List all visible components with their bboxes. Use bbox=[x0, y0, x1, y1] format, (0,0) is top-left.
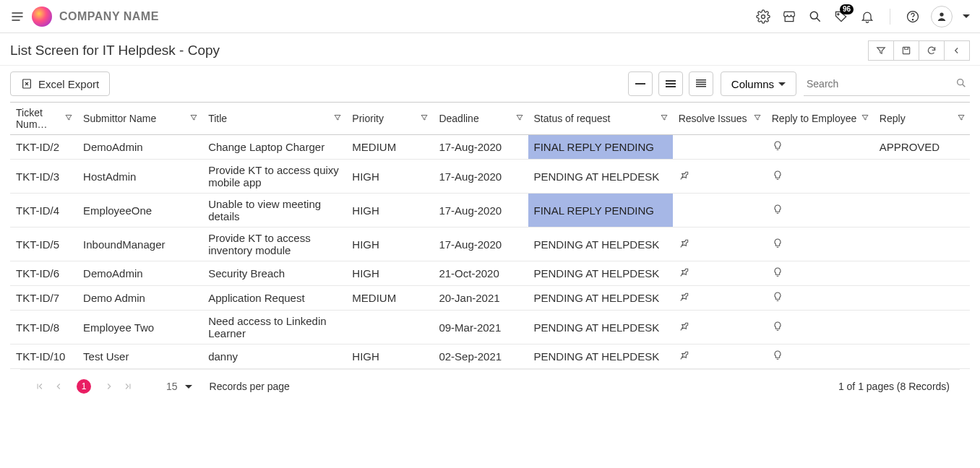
filter-icon[interactable] bbox=[957, 113, 966, 124]
cell-status: PENDING AT HELPDESK bbox=[528, 261, 673, 286]
cell-ticket: TKT-ID/6 bbox=[10, 261, 77, 286]
bulb-icon[interactable] bbox=[772, 320, 783, 333]
prev-page-button[interactable] bbox=[49, 377, 68, 396]
pin-icon[interactable] bbox=[679, 321, 690, 332]
chevron-last-icon bbox=[123, 381, 133, 391]
search-wrap bbox=[804, 72, 970, 96]
bulb-icon[interactable] bbox=[772, 266, 783, 279]
cell-priority: HIGH bbox=[346, 160, 433, 194]
table-row[interactable]: TKT-ID/6DemoAdminSecurity BreachHIGH21-O… bbox=[10, 261, 970, 286]
svg-rect-6 bbox=[903, 47, 909, 53]
cell-resolve bbox=[673, 286, 766, 311]
svg-rect-13 bbox=[696, 82, 706, 83]
density-normal[interactable] bbox=[658, 72, 683, 96]
cell-submitter: InboundManager bbox=[77, 228, 202, 261]
columns-button[interactable]: Columns bbox=[721, 72, 796, 96]
pin-icon[interactable] bbox=[679, 170, 690, 181]
chevron-left-icon bbox=[53, 381, 64, 391]
cell-deadline: 21-Oct-2020 bbox=[433, 261, 528, 286]
cell-resolve bbox=[673, 228, 766, 261]
current-page[interactable]: 1 bbox=[77, 379, 91, 394]
cell-resolve bbox=[673, 261, 766, 286]
col-header-title[interactable]: Title bbox=[202, 103, 346, 135]
excel-export-button[interactable]: Excel Export bbox=[10, 72, 110, 96]
cell-resolve bbox=[673, 135, 766, 160]
cell-deadline: 09-Mar-2021 bbox=[433, 311, 528, 344]
col-header-deadline[interactable]: Deadline bbox=[433, 103, 528, 135]
page-title: List Screen for IT Helpdesk - Copy bbox=[10, 43, 220, 58]
cell-submitter: EmployeeOne bbox=[77, 194, 202, 228]
cell-resolve bbox=[673, 194, 766, 228]
filter-icon[interactable] bbox=[861, 113, 869, 124]
col-header-replyemp[interactable]: Reply to Employee bbox=[766, 103, 874, 135]
col-header-label: Status of request bbox=[534, 113, 611, 124]
pin-icon[interactable] bbox=[679, 350, 690, 361]
tag-button[interactable]: 96 bbox=[833, 9, 849, 25]
filter-button[interactable] bbox=[868, 40, 894, 61]
bulb-icon[interactable] bbox=[772, 237, 783, 250]
density-comfortable[interactable] bbox=[689, 72, 713, 96]
cell-replyemp bbox=[766, 160, 874, 194]
svg-rect-15 bbox=[696, 86, 706, 87]
status-text: PENDING AT HELPDESK bbox=[534, 292, 660, 304]
collapse-button[interactable] bbox=[944, 40, 970, 61]
col-header-priority[interactable]: Priority bbox=[346, 103, 433, 135]
store-button[interactable] bbox=[781, 9, 797, 25]
filter-icon[interactable] bbox=[753, 113, 762, 124]
col-header-submitter[interactable]: Submittor Name bbox=[77, 103, 202, 135]
pin-icon[interactable] bbox=[679, 238, 690, 249]
filter-icon[interactable] bbox=[189, 113, 198, 124]
table-row[interactable]: TKT-ID/2DemoAdminChange Laptop ChargerME… bbox=[10, 135, 970, 160]
save-layout-button[interactable] bbox=[893, 40, 919, 61]
table-row[interactable]: TKT-ID/8Employee TwoNeed access to Linke… bbox=[10, 311, 970, 344]
col-header-resolve[interactable]: Resolve Issues bbox=[673, 103, 766, 135]
search-icon bbox=[955, 77, 967, 91]
col-header-reply[interactable]: Reply bbox=[874, 103, 970, 135]
last-page-button[interactable] bbox=[119, 377, 137, 396]
user-menu-caret[interactable] bbox=[963, 14, 970, 18]
table-row[interactable]: TKT-ID/3HostAdminProvide KT to access qu… bbox=[10, 160, 970, 194]
refresh-button[interactable] bbox=[919, 40, 945, 61]
cell-deadline: 17-Aug-2020 bbox=[433, 228, 528, 261]
bulb-icon[interactable] bbox=[772, 349, 783, 362]
svg-rect-14 bbox=[696, 84, 706, 85]
filter-icon[interactable] bbox=[420, 113, 429, 124]
filter-icon[interactable] bbox=[515, 113, 524, 124]
next-page-button[interactable] bbox=[100, 377, 119, 396]
cell-reply bbox=[874, 194, 970, 228]
bulb-icon[interactable] bbox=[772, 203, 783, 216]
search-button[interactable] bbox=[807, 9, 823, 25]
pin-icon[interactable] bbox=[679, 266, 690, 278]
bulb-icon[interactable] bbox=[772, 290, 783, 303]
cell-reply bbox=[874, 286, 970, 311]
filter-icon[interactable] bbox=[333, 113, 342, 124]
table-row[interactable]: TKT-ID/5InboundManagerProvide KT to acce… bbox=[10, 228, 970, 261]
records-per-page[interactable]: 15 Records per page bbox=[166, 381, 290, 392]
cell-replyemp bbox=[766, 311, 874, 344]
cell-status: PENDING AT HELPDESK bbox=[528, 286, 673, 311]
table-row[interactable]: TKT-ID/7Demo AdminApplication RequestMED… bbox=[10, 286, 970, 311]
pagination-summary: 1 of 1 pages (8 Records) bbox=[838, 381, 950, 392]
status-text: PENDING AT HELPDESK bbox=[534, 170, 660, 183]
density-compact[interactable] bbox=[628, 72, 653, 96]
col-header-label: Deadline bbox=[439, 113, 478, 124]
first-page-button[interactable] bbox=[30, 377, 49, 396]
cell-reply bbox=[874, 228, 970, 261]
col-header-status[interactable]: Status of request bbox=[528, 103, 673, 135]
search-input[interactable] bbox=[804, 72, 970, 96]
col-header-ticket[interactable]: Ticket Num… bbox=[10, 103, 77, 135]
menu-toggle[interactable] bbox=[10, 9, 25, 24]
filter-icon[interactable] bbox=[660, 113, 669, 124]
pin-icon[interactable] bbox=[679, 291, 690, 303]
help-button[interactable] bbox=[905, 9, 921, 25]
filter-icon[interactable] bbox=[64, 113, 73, 124]
settings-button[interactable] bbox=[755, 9, 771, 25]
table-row[interactable]: TKT-ID/10Test UserdannyHIGH02-Sep-2021PE… bbox=[10, 344, 970, 369]
notifications-button[interactable] bbox=[859, 9, 875, 25]
cell-deadline: 17-Aug-2020 bbox=[433, 194, 528, 228]
bulb-icon[interactable] bbox=[772, 169, 783, 182]
bulb-icon[interactable] bbox=[772, 139, 783, 152]
cell-reply bbox=[874, 311, 970, 344]
user-avatar[interactable] bbox=[931, 6, 953, 27]
table-row[interactable]: TKT-ID/4EmployeeOneUnable to view meetin… bbox=[10, 194, 970, 228]
